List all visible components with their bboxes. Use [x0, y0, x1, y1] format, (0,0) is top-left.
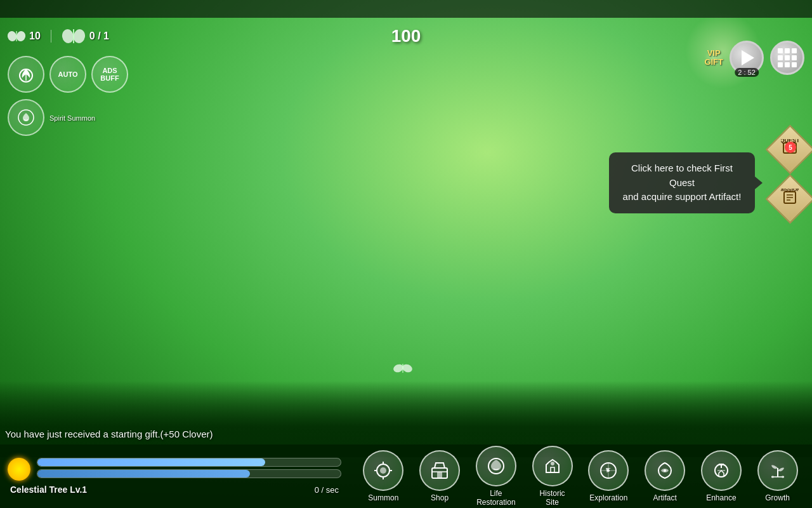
mission-button[interactable]: MISSION: [768, 177, 812, 221]
mission-diamond-content: MISSION: [781, 189, 799, 209]
auto-label: AUTO: [58, 70, 78, 78]
top-button-row: AUTO ADSBUFF: [8, 56, 128, 93]
summon-circle: [363, 450, 403, 491]
tree-name-row: Celestial Tree Lv.1 0 / sec: [8, 485, 341, 495]
top-hud: 10 0 / 1 100 VIP GIFT: [0, 20, 812, 52]
tree-rate: 0 / sec: [315, 485, 339, 495]
bottom-nav: Summon Shop: [349, 446, 812, 507]
timer-badge: 2 : 52: [735, 68, 759, 77]
bottom-left-panel: Celestial Tree Lv.1 0 / sec: [0, 458, 349, 495]
bar1-fill: [37, 458, 265, 466]
divider: [51, 30, 51, 43]
tooltip-text: Click here to check First Questand acqui…: [623, 163, 742, 202]
summon-label: Summon: [368, 493, 398, 502]
quest-tooltip: Click here to check First Questand acqui…: [609, 152, 755, 213]
transport-count: 0 / 1: [89, 30, 109, 42]
quest-sidebar: QUEST 5 MISSION: [768, 127, 812, 221]
currency-left: 10 0 / 1: [8, 27, 109, 45]
nav-historic-site[interactable]: HistoricSite: [532, 446, 573, 507]
historic-site-label: HistoricSite: [540, 489, 565, 507]
tree-name: Celestial Tree Lv.1: [10, 485, 87, 495]
bar2-container: [37, 469, 341, 478]
spirit-summon-label: Spirit Summon: [49, 114, 95, 123]
growth-label: Growth: [765, 493, 790, 502]
svg-point-7: [72, 29, 86, 44]
shop-label: Shop: [431, 493, 449, 502]
enhance-label: Enhance: [706, 493, 736, 502]
nav-shop[interactable]: Shop: [419, 450, 460, 502]
svg-point-38: [664, 469, 666, 472]
artifact-label: Artifact: [653, 493, 676, 502]
top-bar: [0, 0, 812, 18]
nav-artifact[interactable]: Artifact: [645, 450, 685, 502]
quest-diamond-content: QUEST 5: [781, 139, 799, 159]
grid-icon: [778, 48, 797, 67]
play-icon: [742, 50, 754, 65]
spirit-summon-row: Spirit Summon: [8, 99, 128, 136]
vip-label: VIP: [707, 49, 721, 58]
notification-bar: You have just received a starting gift.(…: [5, 429, 213, 439]
top-right-hud: VIP GIFT 2 : 52: [704, 41, 804, 75]
exploration-circle: [588, 450, 629, 491]
butterfly-count: 10: [29, 30, 41, 42]
gift-label: GIFT: [704, 58, 723, 67]
nav-growth[interactable]: Growth: [757, 450, 798, 502]
vip-gift-box: VIP GIFT: [704, 49, 723, 67]
historic-circle: [532, 446, 573, 486]
sun-icon: [8, 458, 30, 481]
auto-button[interactable]: AUTO: [49, 56, 86, 93]
enhance-circle: [701, 450, 742, 491]
bar2-fill: [37, 470, 250, 478]
artifact-circle: [645, 450, 685, 491]
shop-circle: [419, 450, 460, 491]
left-buttons: AUTO ADSBUFF Spirit Summon: [8, 56, 128, 136]
nav-exploration[interactable]: Exploration: [588, 450, 629, 502]
tree-info: [8, 458, 341, 481]
nav-enhance[interactable]: Enhance: [701, 450, 742, 502]
svg-rect-29: [437, 472, 442, 478]
nav-summon[interactable]: Summon: [363, 450, 403, 502]
leaf-button[interactable]: [8, 56, 44, 93]
content-layer: 10 0 / 1 100 VIP GIFT: [0, 0, 812, 508]
quest-badge: 5: [785, 142, 796, 153]
notification-text: You have just received a starting gift.(…: [5, 429, 213, 439]
play-button[interactable]: 2 : 52: [730, 41, 764, 75]
grid-menu-button[interactable]: [770, 41, 804, 75]
spirit-summon-button[interactable]: [8, 99, 44, 136]
bar1-container: [37, 458, 341, 467]
svg-text:MISSION: MISSION: [781, 189, 799, 192]
transport-currency[interactable]: 0 / 1: [62, 27, 109, 45]
exploration-label: Exploration: [589, 493, 627, 502]
progress-bars: [37, 458, 341, 481]
butterfly-currency[interactable]: 10: [8, 30, 41, 43]
life-restoration-label: LifeRestoration: [476, 489, 515, 507]
nav-life-restoration[interactable]: LifeRestoration: [476, 446, 516, 507]
center-currency-value: 100: [391, 26, 421, 46]
bottom-hud: Celestial Tree Lv.1 0 / sec: [0, 444, 812, 508]
timer-value: 2 : 52: [738, 69, 756, 76]
life-circle: [476, 446, 516, 486]
ads-buff-button[interactable]: ADSBUFF: [91, 56, 128, 93]
ads-label: ADSBUFF: [100, 67, 119, 82]
center-currency: 100: [391, 26, 421, 46]
growth-circle: [757, 450, 798, 491]
quest-button[interactable]: QUEST 5: [768, 127, 812, 171]
svg-point-23: [380, 467, 386, 474]
svg-point-6: [62, 29, 75, 44]
svg-point-33: [551, 462, 554, 465]
